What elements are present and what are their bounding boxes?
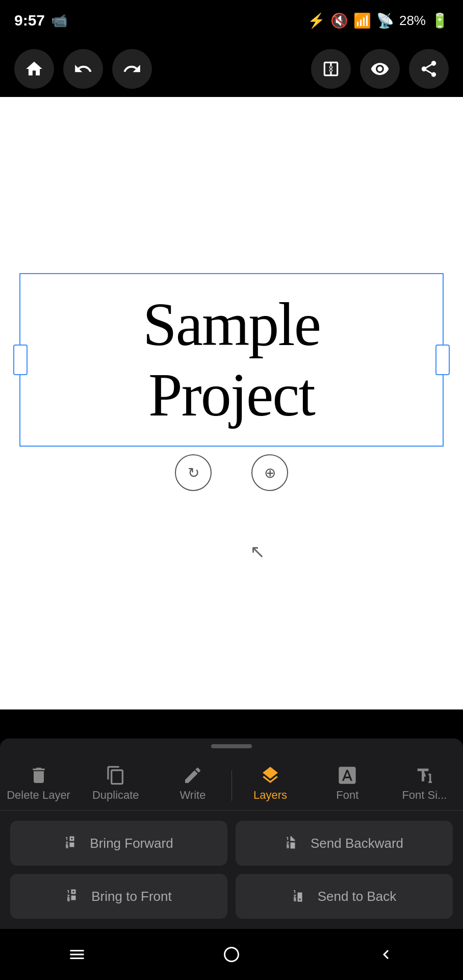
home-button[interactable] bbox=[14, 49, 54, 89]
signal-icon: 📡 bbox=[376, 12, 394, 29]
send-to-back-button[interactable]: Send to Back bbox=[236, 874, 453, 919]
bring-forward-label: Bring Forward bbox=[90, 836, 173, 851]
tab-delete-layer-label: Delete Layer bbox=[7, 789, 70, 802]
bring-to-front-button[interactable]: Bring to Front bbox=[10, 874, 227, 919]
bluetooth-icon: ⚡ bbox=[307, 12, 325, 29]
font-size-icon bbox=[414, 765, 434, 786]
send-backward-button[interactable]: Send Backward bbox=[236, 821, 453, 866]
layers-icon bbox=[260, 765, 280, 786]
rotate-handle[interactable]: ↻ bbox=[175, 454, 212, 491]
preview-icon bbox=[370, 59, 390, 79]
tab-bar: Delete Layer Duplicate Write Layers bbox=[0, 754, 463, 811]
left-resize-handle[interactable] bbox=[13, 345, 28, 375]
back-icon bbox=[377, 945, 395, 964]
tab-delete-layer[interactable]: Delete Layer bbox=[0, 761, 77, 810]
wifi-icon: 📶 bbox=[353, 12, 371, 29]
top-toolbar bbox=[0, 41, 463, 97]
right-resize-handle[interactable] bbox=[435, 345, 450, 375]
selected-text-element[interactable]: Sample Project bbox=[19, 273, 444, 447]
circle-home-icon bbox=[222, 945, 241, 964]
send-to-back-label: Send to Back bbox=[318, 889, 397, 904]
duplicate-icon bbox=[106, 765, 126, 786]
bring-to-front-label: Bring to Front bbox=[91, 889, 172, 904]
nav-back-button[interactable] bbox=[366, 939, 406, 970]
share-button[interactable] bbox=[409, 49, 449, 89]
send-backward-icon bbox=[285, 834, 303, 852]
layers-actions: Bring Forward Send Backward Bring to Fro… bbox=[0, 811, 463, 929]
home-icon bbox=[24, 59, 44, 79]
tab-duplicate[interactable]: Duplicate bbox=[77, 761, 154, 810]
nav-bar bbox=[0, 929, 463, 980]
bring-to-front-icon bbox=[66, 887, 84, 905]
canvas-text: Sample Project bbox=[143, 289, 320, 430]
battery-level: 28% bbox=[399, 13, 426, 29]
tab-layers[interactable]: Layers bbox=[232, 761, 309, 810]
mute-icon: 🔇 bbox=[330, 12, 348, 29]
font-icon bbox=[337, 765, 357, 786]
drag-handle-area[interactable] bbox=[0, 739, 463, 754]
status-bar: 9:57 📹 ⚡ 🔇 📶 📡 28% 🔋 bbox=[0, 0, 463, 41]
undo-icon bbox=[73, 59, 93, 79]
write-icon bbox=[183, 765, 203, 786]
nav-menu-button[interactable] bbox=[57, 939, 97, 970]
tab-font[interactable]: Font bbox=[309, 761, 386, 810]
tab-layers-label: Layers bbox=[253, 789, 287, 802]
move-handle[interactable]: ⊕ bbox=[251, 454, 288, 491]
undo-button[interactable] bbox=[63, 49, 103, 89]
tab-duplicate-label: Duplicate bbox=[92, 789, 139, 802]
split-icon bbox=[321, 59, 341, 79]
bottom-panel: Delete Layer Duplicate Write Layers bbox=[0, 739, 463, 929]
split-button[interactable] bbox=[311, 49, 351, 89]
tab-font-label: Font bbox=[336, 789, 358, 802]
status-time: 9:57 bbox=[14, 12, 45, 29]
battery-icon: 🔋 bbox=[431, 12, 449, 29]
menu-icon bbox=[68, 945, 86, 964]
cursor: ↖ bbox=[250, 541, 265, 562]
tab-write[interactable]: Write bbox=[154, 761, 231, 810]
transform-controls: ↻ ⊕ bbox=[175, 454, 288, 491]
nav-home-button[interactable] bbox=[211, 939, 252, 970]
preview-button[interactable] bbox=[360, 49, 400, 89]
redo-button[interactable] bbox=[112, 49, 152, 89]
send-to-back-icon bbox=[292, 887, 311, 905]
tab-font-size[interactable]: Font Si... bbox=[386, 761, 463, 810]
tab-write-label: Write bbox=[179, 789, 205, 802]
drag-pill bbox=[211, 744, 252, 748]
text-content: Sample Project bbox=[20, 274, 443, 446]
send-backward-label: Send Backward bbox=[311, 836, 403, 851]
bring-forward-icon bbox=[64, 834, 83, 852]
bring-forward-button[interactable]: Bring Forward bbox=[10, 821, 227, 866]
camera-recording-icon: 📹 bbox=[51, 13, 67, 29]
delete-layer-icon bbox=[29, 765, 49, 786]
redo-icon bbox=[122, 59, 142, 79]
tab-font-size-label: Font Si... bbox=[402, 789, 447, 802]
canvas-area[interactable]: Sample Project ↻ ⊕ ↖ bbox=[0, 97, 463, 709]
share-icon bbox=[419, 59, 439, 79]
